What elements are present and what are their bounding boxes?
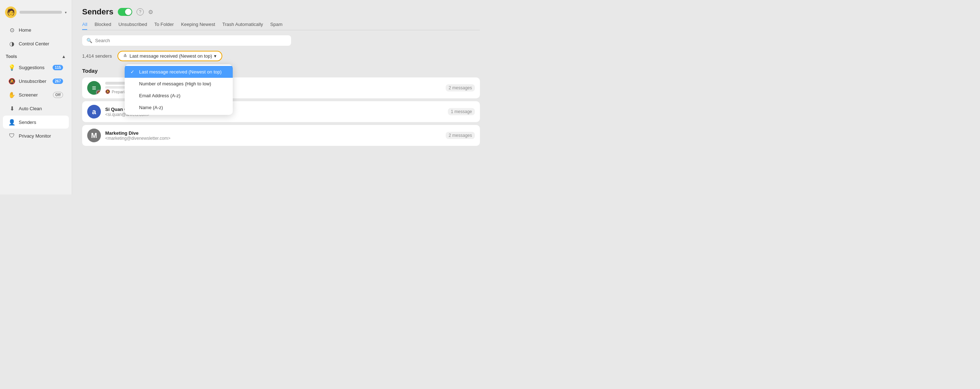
suggestions-badge: 115 (52, 65, 63, 70)
dropdown-item-label: Name (A-z) (139, 105, 163, 110)
message-count: 1 message (448, 108, 475, 115)
sender-avatar: M (87, 129, 101, 142)
sort-chevron-icon: ▾ (214, 53, 216, 59)
main-content: Senders ? ⚙ All Blocked Unsubscribed To … (72, 0, 490, 195)
screener-icon: ✋ (9, 92, 15, 98)
sidebar-item-label: Screener (19, 92, 38, 98)
tab-to-folder[interactable]: To Folder (154, 22, 173, 30)
dropdown-item-name[interactable]: Name (A-z) (125, 102, 233, 113)
sidebar-item-screener[interactable]: ✋ Screener Off (3, 88, 69, 101)
senders-icon: 👤 (9, 119, 15, 125)
sidebar-item-label: Suggestions (19, 65, 45, 70)
suggestions-icon: 💡 (9, 64, 15, 71)
tab-all[interactable]: All (82, 22, 87, 30)
sender-email: <marketing@divenewsletter.com> (105, 136, 441, 141)
sender-avatar: ≡ 🔕 (87, 81, 101, 95)
message-count: 2 messages (446, 132, 475, 139)
dropdown-item-last-message[interactable]: ✓ Last message received (Newest on top) (125, 66, 233, 78)
senders-toggle[interactable] (118, 8, 132, 16)
sidebar-item-senders[interactable]: 👤 Senders (3, 116, 69, 129)
page-title: Senders (82, 7, 113, 17)
help-icon[interactable]: ? (137, 8, 144, 16)
sidebar-item-unsubscriber[interactable]: 🔕 Unsubscriber 267 (3, 75, 69, 87)
sidebar-item-auto-clean[interactable]: ⬇ Auto Clean (3, 102, 69, 115)
sender-count: 1,414 senders (82, 53, 112, 59)
sender-name: Marketing Dive (105, 130, 441, 136)
dropdown-item-label: Last message received (Newest on top) (139, 69, 221, 75)
avatar: 🧑 (5, 6, 17, 18)
search-bar[interactable]: 🔍 (82, 35, 291, 46)
sidebar-item-label: Control Center (19, 41, 49, 46)
dropdown-item-label: Number of messages (High to low) (139, 81, 211, 86)
table-row[interactable]: M Marketing Dive <marketing@divenewslett… (82, 125, 480, 146)
dropdown-item-label: Email Address (A-z) (139, 93, 180, 98)
toolbar-row: 1,414 senders ≛ Last message received (N… (82, 51, 480, 61)
tab-blocked[interactable]: Blocked (94, 22, 111, 30)
tabs: All Blocked Unsubscribed To Folder Keepi… (82, 22, 480, 30)
dropdown-item-email-address[interactable]: Email Address (A-z) (125, 90, 233, 102)
filter-icon[interactable]: ⚙ (148, 9, 153, 16)
sender-info: Marketing Dive <marketing@divenewsletter… (105, 130, 441, 141)
sidebar-item-label: Auto Clean (19, 106, 42, 111)
auto-clean-icon: ⬇ (9, 105, 15, 112)
privacy-monitor-icon: 🛡 (9, 133, 15, 139)
sidebar-item-label: Unsubscriber (19, 78, 46, 84)
sidebar-item-suggestions[interactable]: 💡 Suggestions 115 (3, 61, 69, 74)
search-icon: 🔍 (86, 38, 92, 43)
sort-icon: ≛ (123, 53, 127, 59)
sidebar: 🧑 ▾ ⊙ Home ◑ Control Center Tools ▲ 💡 Su… (0, 0, 72, 195)
collapse-icon[interactable]: ▲ (62, 54, 66, 59)
sender-avatar: a (87, 105, 101, 119)
tab-keeping-newest[interactable]: Keeping Newest (181, 22, 215, 30)
status-icon: 🔕 (105, 89, 110, 94)
tab-trash-automatically[interactable]: Trash Automatically (222, 22, 263, 30)
screener-badge: Off (53, 92, 63, 98)
unsubscriber-badge: 267 (52, 78, 63, 84)
sort-dropdown-button[interactable]: ≛ Last message received (Newest on top) … (118, 51, 222, 61)
page-header: Senders ? ⚙ (82, 7, 480, 17)
tab-spam[interactable]: Spam (270, 22, 282, 30)
sidebar-item-control-center[interactable]: ◑ Control Center (3, 37, 69, 50)
control-center-icon: ◑ (9, 40, 15, 47)
chevron-down-icon: ▾ (65, 10, 67, 14)
sort-button-label: Last message received (Newest on top) (129, 53, 212, 59)
sidebar-item-label: Home (19, 27, 31, 33)
unsubscriber-icon: 🔕 (9, 78, 15, 84)
search-input[interactable] (95, 38, 287, 43)
home-icon: ⊙ (9, 27, 15, 33)
checkmark-icon: ✓ (130, 69, 136, 75)
tab-unsubscribed[interactable]: Unsubscribed (119, 22, 147, 30)
sidebar-header[interactable]: 🧑 ▾ (0, 4, 72, 23)
sidebar-item-home[interactable]: ⊙ Home (3, 24, 69, 37)
sidebar-item-privacy-monitor[interactable]: 🛡 Privacy Monitor (3, 129, 69, 142)
message-count: 2 messages (446, 84, 475, 92)
dropdown-item-num-messages[interactable]: Number of messages (High to low) (125, 78, 233, 90)
sidebar-item-label: Senders (19, 119, 36, 125)
user-name-bar (19, 11, 62, 14)
unsubscribe-overlay-icon: 🔕 (96, 90, 101, 95)
sort-dropdown-menu: ✓ Last message received (Newest on top) … (125, 65, 233, 115)
tools-section-label: Tools ▲ (0, 51, 72, 60)
sidebar-item-label: Privacy Monitor (19, 133, 51, 139)
